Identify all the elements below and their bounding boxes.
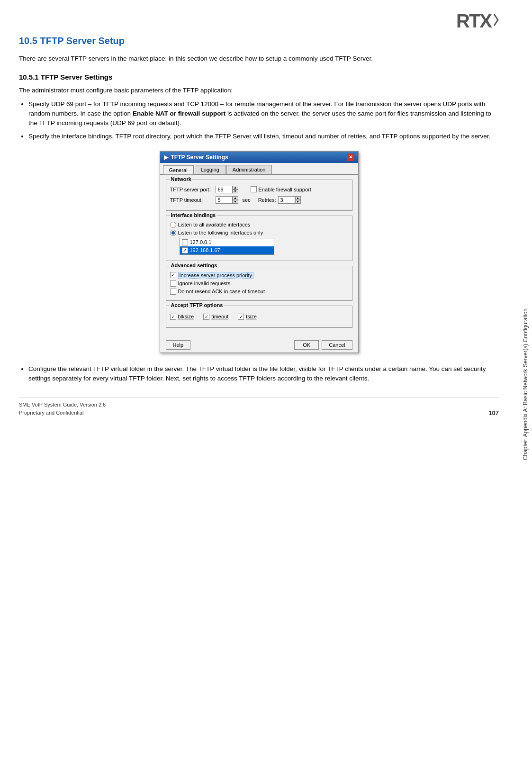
server-port-spin[interactable]: ▲ ▼ — [233, 186, 238, 193]
footer-line1: SME VoIP System Guide, Version 2.6 — [19, 401, 106, 409]
interface-bindings-content: Listen to all available interfaces Liste… — [170, 222, 348, 255]
network-group: Network TFTP server port: ▲ ▼ — [166, 180, 352, 211]
enable-firewall-label: Enable firewall support — [259, 187, 311, 192]
bullet-list-2: Configure the relevant TFTP virtual fold… — [28, 364, 499, 384]
advanced-settings-label: Advanced settings — [170, 262, 218, 268]
bullet-item-1: Specify UDP 69 port – for TFTP incoming … — [28, 100, 499, 128]
dialog-close-button[interactable]: ✕ — [347, 154, 354, 161]
help-button[interactable]: Help — [166, 340, 191, 350]
retries-spin[interactable]: ▲ ▼ — [295, 196, 301, 204]
interface-item-127[interactable]: 127.0.0.1 — [180, 238, 274, 246]
server-port-label: TFTP server port: — [170, 187, 213, 192]
interface-bindings-label: Interface bindings — [170, 212, 217, 218]
bullet1-bold: Enable NAT or firewall support — [133, 110, 225, 117]
subsection-title: 10.5.1 TFTP Server Settings — [19, 73, 499, 81]
bullet-item-3: Configure the relevant TFTP virtual fold… — [28, 364, 499, 384]
interface-127-label: 127.0.0.1 — [190, 239, 212, 245]
timeout-spin[interactable]: ▲ ▼ — [233, 196, 238, 204]
timeout-input[interactable] — [216, 196, 233, 204]
radio-following-btn[interactable] — [170, 230, 176, 236]
timeout-option-checkbox[interactable] — [203, 314, 209, 320]
chapter-label: Chapter: Appendix A: Basic Network Serve… — [522, 308, 529, 460]
advanced-settings-content: Increase server process priority Ignore … — [170, 272, 348, 295]
dialog-footer: Help OK Cancel — [160, 337, 358, 353]
rtx-logo-svg: RTX — [456, 9, 499, 31]
network-group-label: Network — [170, 176, 192, 182]
radio-following-label: Listen to the following interfaces only — [178, 230, 263, 235]
interface-item-192[interactable]: 192.168.1.67 — [180, 246, 274, 254]
interface-list: 127.0.0.1 192.168.1.67 — [180, 238, 274, 255]
retries-input[interactable] — [278, 196, 295, 204]
tsize-checkbox[interactable] — [238, 314, 244, 320]
dialog-title-text: TFTP Server Settings — [171, 154, 228, 161]
network-content: TFTP server port: ▲ ▼ — [170, 186, 348, 204]
tab-general[interactable]: General — [163, 165, 194, 174]
interface-bindings-group: Interface bindings Listen to all availab… — [166, 216, 352, 261]
no-resend-ack-label: Do not resend ACK in case of timeout — [178, 289, 265, 294]
radio-all-interfaces: Listen to all available interfaces — [170, 222, 348, 228]
retries-group: Retries: ▲ ▼ — [258, 196, 301, 204]
tab-logging[interactable]: Logging — [195, 165, 225, 174]
server-port-row: TFTP server port: ▲ ▼ — [170, 186, 348, 193]
tab-administration[interactable]: Administration — [226, 165, 272, 174]
dialog-container: ▶ TFTP Server Settings ✕ General Logging… — [19, 151, 499, 353]
increase-priority-label: Increase server process priority — [178, 272, 253, 279]
retries-input-group: ▲ ▼ — [278, 196, 301, 204]
page-number: 107 — [488, 409, 499, 416]
timeout-option-row: timeout — [203, 314, 228, 320]
dialog-body: Network TFTP server port: ▲ ▼ — [160, 175, 358, 337]
advanced-settings-group: Advanced settings Increase server proces… — [166, 266, 352, 301]
accept-tftp-label: Accept TFTP options — [170, 302, 224, 308]
intro-paragraph: There are several TFTP servers in the ma… — [19, 54, 499, 63]
ok-button[interactable]: OK — [294, 340, 319, 350]
section-title: 10.5 TFTP Server Setup — [19, 36, 499, 46]
timeout-spin-up[interactable]: ▲ — [233, 196, 238, 200]
timeout-label: TFTP timeout: — [170, 197, 213, 203]
timeout-row: TFTP timeout: ▲ ▼ sec — [170, 196, 348, 204]
cancel-button[interactable]: Cancel — [322, 340, 352, 350]
no-resend-ack-checkbox[interactable] — [170, 289, 176, 295]
tsize-label: tsize — [246, 314, 257, 319]
server-port-spin-up[interactable]: ▲ — [233, 186, 238, 190]
subsection-intro: The administrator must configure basic p… — [19, 86, 499, 95]
retries-spin-down[interactable]: ▼ — [295, 200, 301, 204]
bullet-item-2: Specify the interface bindings, TFTP roo… — [28, 132, 499, 141]
tftp-settings-dialog: ▶ TFTP Server Settings ✕ General Logging… — [160, 151, 359, 353]
blksize-checkbox[interactable] — [170, 314, 176, 320]
accept-tftp-content: blksize timeout tsize — [170, 312, 348, 324]
radio-all-label: Listen to all available interfaces — [178, 222, 251, 227]
interface-192-label: 192.168.1.67 — [190, 247, 220, 253]
side-label-area: Chapter: Appendix A: Basic Network Serve… — [518, 0, 532, 769]
svg-text:RTX: RTX — [456, 10, 492, 31]
radio-all-interfaces-btn[interactable] — [170, 222, 176, 228]
timeout-unit: sec — [243, 197, 251, 203]
footer-area: SME VoIP System Guide, Version 2.6 Propr… — [19, 398, 499, 416]
no-resend-ack-row: Do not resend ACK in case of timeout — [170, 289, 348, 295]
interface-192-checkbox[interactable] — [182, 247, 188, 253]
ignore-invalid-label: Ignore invalid requests — [178, 280, 231, 286]
blksize-row: blksize — [170, 314, 194, 320]
ignore-invalid-checkbox[interactable] — [170, 280, 176, 287]
server-port-spin-down[interactable]: ▼ — [233, 190, 238, 193]
logo-area: RTX — [19, 9, 499, 31]
increase-priority-row: Increase server process priority — [170, 272, 348, 279]
retries-label: Retries: — [258, 197, 276, 203]
ignore-invalid-row: Ignore invalid requests — [170, 280, 348, 287]
radio-following-interfaces: Listen to the following interfaces only — [170, 230, 348, 236]
increase-priority-checkbox[interactable] — [170, 272, 176, 278]
interface-127-checkbox[interactable] — [182, 239, 188, 245]
enable-firewall-checkbox[interactable] — [251, 186, 257, 192]
tsize-row: tsize — [238, 314, 257, 320]
tftp-options-row: blksize timeout tsize — [170, 312, 348, 324]
dialog-titlebar: ▶ TFTP Server Settings ✕ — [160, 152, 358, 163]
timeout-option-label: timeout — [211, 314, 228, 319]
ok-cancel-group: OK Cancel — [294, 340, 352, 350]
timeout-spin-down[interactable]: ▼ — [233, 200, 238, 204]
accept-tftp-group: Accept TFTP options blksize timeout — [166, 306, 352, 328]
rtx-logo: RTX — [456, 9, 499, 31]
firewall-checkbox-row: Enable firewall support — [251, 186, 311, 192]
footer-line2: Proprietary and Confidential — [19, 409, 106, 417]
dialog-tabs: General Logging Administration — [160, 163, 358, 175]
retries-spin-up[interactable]: ▲ — [295, 196, 301, 200]
server-port-input[interactable] — [216, 186, 233, 193]
